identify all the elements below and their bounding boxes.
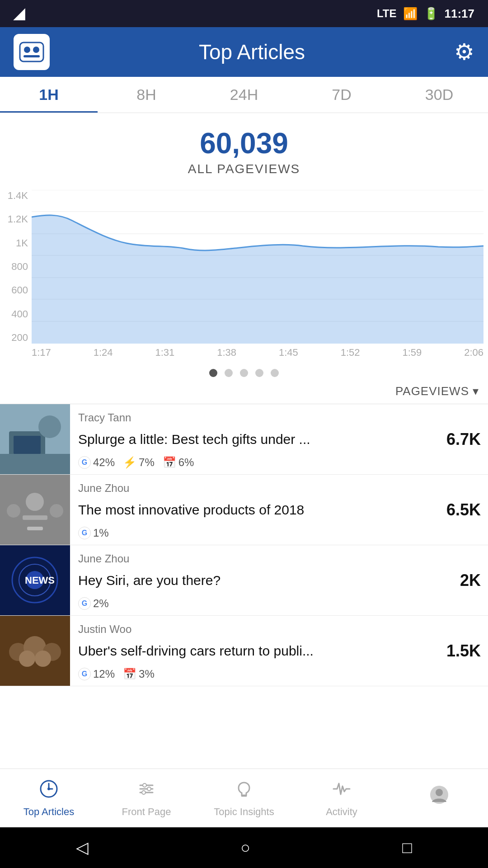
article-title-1: The most innovative products of 2018 bbox=[78, 501, 431, 519]
y-label-4: 800 bbox=[0, 261, 32, 273]
svg-point-32 bbox=[35, 651, 51, 667]
article-content-1: June Zhou The most innovative products o… bbox=[70, 475, 438, 545]
nav-activity-label: Activity bbox=[326, 806, 357, 818]
svg-point-19 bbox=[7, 504, 20, 518]
google-icon-1: G bbox=[78, 527, 91, 539]
y-label-3: 1K bbox=[0, 237, 32, 249]
y-label-2: 1.2K bbox=[0, 213, 32, 225]
sliders-icon bbox=[136, 779, 156, 803]
svg-point-17 bbox=[26, 493, 44, 511]
article-item-0[interactable]: Tracy Tann Splurge a little: Best tech g… bbox=[0, 404, 488, 475]
y-label-7: 200 bbox=[0, 332, 32, 344]
source-google-0: G 42% bbox=[78, 456, 115, 469]
tab-7d[interactable]: 7D bbox=[293, 77, 390, 113]
calendar-icon-3: 📅 bbox=[123, 668, 136, 680]
dot-2[interactable] bbox=[240, 369, 248, 377]
article-list: Tracy Tann Splurge a little: Best tech g… bbox=[0, 404, 488, 686]
nav-profile[interactable] bbox=[390, 769, 488, 827]
google-icon-2: G bbox=[78, 597, 91, 610]
article-item-3[interactable]: Justin Woo Uber's self-driving cars retu… bbox=[0, 616, 488, 686]
svg-point-14 bbox=[38, 415, 61, 438]
time-tabs: 1H 8H 24H 7D 30D bbox=[0, 77, 488, 113]
status-left: ◢ bbox=[14, 5, 25, 22]
pageviews-header: 60,039 ALL PAGEVIEWS bbox=[0, 113, 488, 181]
article-thumb-3 bbox=[0, 616, 70, 686]
svg-point-20 bbox=[50, 504, 63, 518]
article-count-1: 6.5K bbox=[438, 475, 488, 545]
svg-rect-18 bbox=[23, 515, 47, 520]
article-thumb-2: NEWS bbox=[0, 545, 70, 615]
article-author-0: Tracy Tann bbox=[78, 411, 431, 424]
source-google-3: G 12% bbox=[78, 668, 115, 680]
dot-1[interactable] bbox=[225, 369, 233, 377]
lightbulb-icon bbox=[234, 779, 254, 803]
x-label-5: 1:52 bbox=[341, 347, 360, 359]
status-bar: ◢ LTE 📶 🔋 11:17 bbox=[0, 0, 488, 27]
article-sources-0: G 42% ⚡ 7% 📅 6% bbox=[78, 456, 431, 469]
article-author-2: June Zhou bbox=[78, 552, 431, 565]
tab-8h[interactable]: 8H bbox=[98, 77, 195, 113]
dots-indicator bbox=[0, 362, 488, 384]
settings-icon[interactable]: ⚙ bbox=[454, 39, 474, 65]
activity-icon bbox=[332, 779, 352, 803]
network-type: LTE bbox=[377, 7, 397, 20]
article-thumb-0 bbox=[0, 404, 70, 474]
article-sources-1: G 1% bbox=[78, 527, 431, 539]
time-display: 11:17 bbox=[445, 7, 475, 21]
pageviews-dropdown-button[interactable]: PAGEVIEWS ▾ bbox=[395, 384, 479, 398]
app-logo bbox=[14, 34, 50, 70]
pageviews-count: 60,039 bbox=[0, 127, 488, 160]
carrier-icon: ◢ bbox=[14, 5, 25, 22]
chart-container: 1.4K 1.2K 1K 800 600 400 200 1:17 1:24 1… bbox=[0, 190, 488, 362]
nav-top-articles[interactable]: Top Articles bbox=[0, 769, 98, 827]
tab-1h[interactable]: 1H bbox=[0, 77, 98, 113]
svg-rect-21 bbox=[27, 527, 43, 530]
nav-front-page-label: Front Page bbox=[122, 806, 171, 818]
x-label-1: 1:24 bbox=[94, 347, 113, 359]
dot-0[interactable] bbox=[209, 369, 217, 377]
chart-y-labels: 1.4K 1.2K 1K 800 600 400 200 bbox=[0, 190, 32, 344]
svg-point-41 bbox=[147, 787, 151, 791]
recent-button[interactable]: □ bbox=[402, 838, 412, 857]
y-label-6: 400 bbox=[0, 308, 32, 320]
app-header: Top Articles ⚙ bbox=[0, 27, 488, 77]
article-content-0: Tracy Tann Splurge a little: Best tech g… bbox=[70, 404, 438, 474]
status-right: LTE 📶 🔋 11:17 bbox=[377, 7, 474, 21]
tab-30d[interactable]: 30D bbox=[390, 77, 488, 113]
nav-top-articles-label: Top Articles bbox=[23, 806, 75, 818]
article-item-1[interactable]: June Zhou The most innovative products o… bbox=[0, 475, 488, 545]
google-icon-0: G bbox=[78, 456, 91, 469]
nav-front-page[interactable]: Front Page bbox=[98, 769, 195, 827]
dot-3[interactable] bbox=[255, 369, 263, 377]
svg-point-36 bbox=[47, 788, 50, 790]
article-sources-3: G 12% 📅 3% bbox=[78, 668, 431, 680]
x-label-0: 1:17 bbox=[32, 347, 51, 359]
article-author-1: June Zhou bbox=[78, 482, 431, 495]
article-author-3: Justin Woo bbox=[78, 623, 431, 636]
pageviews-label: ALL PAGEVIEWS bbox=[0, 162, 488, 176]
x-label-7: 2:06 bbox=[464, 347, 483, 359]
nav-topic-insights-label: Topic Insights bbox=[214, 806, 274, 818]
dot-4[interactable] bbox=[271, 369, 279, 377]
tab-24h[interactable]: 24H bbox=[195, 77, 293, 113]
article-content-3: Justin Woo Uber's self-driving cars retu… bbox=[70, 616, 438, 686]
battery-icon: 🔋 bbox=[424, 7, 438, 21]
article-title-3: Uber's self-driving cars return to publi… bbox=[78, 642, 431, 660]
source-calendar-0: 📅 6% bbox=[163, 456, 194, 469]
article-count-3: 1.5K bbox=[438, 616, 488, 686]
article-sources-2: G 2% bbox=[78, 597, 431, 610]
svg-rect-13 bbox=[14, 436, 41, 454]
source-google-2: G 2% bbox=[78, 597, 109, 610]
svg-rect-3 bbox=[23, 55, 40, 57]
nav-topic-insights[interactable]: Topic Insights bbox=[195, 769, 293, 827]
svg-point-31 bbox=[19, 651, 35, 667]
clock-icon bbox=[39, 779, 59, 803]
profile-icon bbox=[429, 785, 449, 809]
nav-activity[interactable]: Activity bbox=[293, 769, 390, 827]
article-thumb-1 bbox=[0, 475, 70, 545]
svg-text:NEWS: NEWS bbox=[25, 575, 55, 586]
article-item-2[interactable]: NEWS June Zhou Hey Siri, are you there? … bbox=[0, 545, 488, 616]
home-button[interactable]: ○ bbox=[240, 838, 250, 857]
back-button[interactable]: ◁ bbox=[76, 838, 89, 857]
svg-point-2 bbox=[33, 47, 39, 53]
